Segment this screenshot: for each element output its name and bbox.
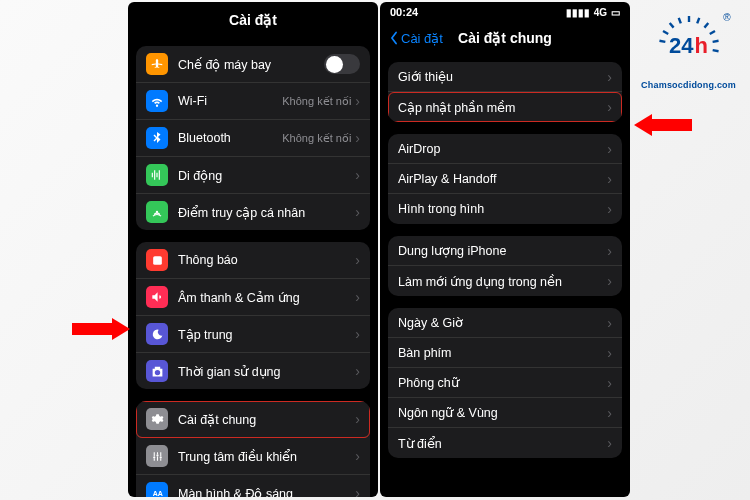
- settings-row[interactable]: AAMàn hình & Độ sáng›: [136, 475, 370, 497]
- wifi-icon: [146, 90, 168, 112]
- settings-row[interactable]: Wi-FiKhông kết nối›: [136, 83, 370, 120]
- row-label: Trung tâm điều khiển: [178, 449, 355, 464]
- row-label: Màn hình & Độ sáng: [178, 486, 355, 498]
- row-label: Tập trung: [178, 327, 355, 342]
- chevron-right-icon: ›: [355, 168, 360, 182]
- settings-row[interactable]: Phông chữ›: [388, 368, 622, 398]
- general-icon: [146, 408, 168, 430]
- settings-row[interactable]: Hình trong hình›: [388, 194, 622, 224]
- settings-group: Thông báo›Âm thanh & Cảm ứng›Tập trung›T…: [136, 242, 370, 389]
- row-label: AirDrop: [398, 142, 607, 156]
- settings-group: Chế độ máy bayWi-FiKhông kết nối›Bluetoo…: [136, 46, 370, 230]
- svg-point-2: [153, 456, 155, 458]
- chevron-right-icon: ›: [607, 172, 612, 186]
- chevron-left-icon: [388, 31, 400, 45]
- chevron-right-icon: ›: [607, 406, 612, 420]
- settings-row[interactable]: Giới thiệu›: [388, 62, 622, 92]
- svg-point-3: [156, 454, 158, 456]
- sound-icon: [146, 286, 168, 308]
- chevron-right-icon: ›: [355, 364, 360, 378]
- settings-row[interactable]: BluetoothKhông kết nối›: [136, 120, 370, 157]
- settings-group: Dung lượng iPhone›Làm mới ứng dụng trong…: [388, 236, 622, 296]
- settings-row[interactable]: Dung lượng iPhone›: [388, 236, 622, 266]
- chevron-right-icon: ›: [607, 376, 612, 390]
- row-label: Ngày & Giờ: [398, 315, 607, 330]
- phone-general: 00:24 ▮▮▮▮ 4G ▭ Cài đặt Cài đặt chung Gi…: [380, 2, 630, 497]
- svg-point-4: [159, 456, 161, 458]
- settings-group: AirDrop›AirPlay & Handoff›Hình trong hìn…: [388, 134, 622, 224]
- row-label: Cập nhật phần mềm: [398, 100, 607, 115]
- row-label: Di động: [178, 168, 355, 183]
- general-title: Cài đặt chung: [458, 30, 552, 46]
- chevron-right-icon: ›: [607, 70, 612, 84]
- site-logo: 24h ® Chamsocdidong.com: [641, 14, 736, 90]
- chevron-right-icon: ›: [607, 346, 612, 360]
- row-label: Giới thiệu: [398, 69, 607, 84]
- battery-icon: ▭: [611, 7, 620, 18]
- chevron-right-icon: ›: [355, 412, 360, 426]
- clock: 00:24: [390, 6, 418, 18]
- settings-group: Giới thiệu›Cập nhật phần mềm›: [388, 62, 622, 122]
- row-label: Từ điển: [398, 436, 607, 451]
- settings-row[interactable]: Âm thanh & Cảm ứng›: [136, 279, 370, 316]
- svg-rect-1: [153, 256, 162, 265]
- chevron-right-icon: ›: [355, 449, 360, 463]
- settings-row[interactable]: Từ điển›: [388, 428, 622, 458]
- chevron-right-icon: ›: [355, 205, 360, 219]
- settings-row[interactable]: Thời gian sử dụng›: [136, 353, 370, 389]
- row-label: Làm mới ứng dụng trong nền: [398, 274, 607, 289]
- settings-row[interactable]: Ngày & Giờ›: [388, 308, 622, 338]
- settings-row[interactable]: Tập trung›: [136, 316, 370, 353]
- svg-text:AA: AA: [152, 490, 162, 497]
- settings-row[interactable]: Cài đặt chung›: [136, 401, 370, 438]
- network-label: 4G: [594, 7, 607, 18]
- phones-wrap: Cài đặt Chế độ máy bayWi-FiKhông kết nối…: [128, 2, 630, 497]
- row-label: Bluetooth: [178, 131, 282, 145]
- settings-row[interactable]: Làm mới ứng dụng trong nền›: [388, 266, 622, 296]
- row-label: Bàn phím: [398, 346, 607, 360]
- arrow-general: [72, 318, 130, 340]
- row-label: Wi-Fi: [178, 94, 282, 108]
- chevron-right-icon: ›: [607, 274, 612, 288]
- back-label: Cài đặt: [401, 31, 443, 46]
- row-label: Thời gian sử dụng: [178, 364, 355, 379]
- signal-icon: ▮▮▮▮: [566, 7, 590, 18]
- settings-row[interactable]: Chế độ máy bay: [136, 46, 370, 83]
- bluetooth-icon: [146, 127, 168, 149]
- toggle-switch[interactable]: [324, 54, 360, 74]
- settings-group: Cài đặt chung›Trung tâm điều khiển›AAMàn…: [136, 401, 370, 497]
- settings-row[interactable]: Cập nhật phần mềm›: [388, 92, 622, 122]
- chevron-right-icon: ›: [607, 244, 612, 258]
- settings-row[interactable]: Bàn phím›: [388, 338, 622, 368]
- phone-settings: Cài đặt Chế độ máy bayWi-FiKhông kết nối…: [128, 2, 378, 497]
- row-value: Không kết nối: [282, 95, 351, 108]
- chevron-right-icon: ›: [607, 202, 612, 216]
- settings-row[interactable]: Trung tâm điều khiển›: [136, 438, 370, 475]
- stage: Cài đặt Chế độ máy bayWi-FiKhông kết nối…: [0, 0, 750, 500]
- settings-row[interactable]: Điểm truy cập cá nhân›: [136, 194, 370, 230]
- row-label: Hình trong hình: [398, 202, 607, 216]
- settings-row[interactable]: Ngôn ngữ & Vùng›: [388, 398, 622, 428]
- logo-number: 24h: [657, 14, 721, 78]
- hotspot-icon: [146, 201, 168, 223]
- row-label: Âm thanh & Cảm ứng: [178, 290, 355, 305]
- chevron-right-icon: ›: [355, 94, 360, 108]
- back-button[interactable]: Cài đặt: [388, 31, 443, 46]
- arrow-update: [634, 114, 692, 136]
- settings-row[interactable]: AirPlay & Handoff›: [388, 164, 622, 194]
- settings-body[interactable]: Chế độ máy bayWi-FiKhông kết nối›Bluetoo…: [128, 46, 378, 497]
- focus-icon: [146, 323, 168, 345]
- settings-row[interactable]: Di động›: [136, 157, 370, 194]
- general-body[interactable]: Giới thiệu›Cập nhật phần mềm›AirDrop›Air…: [380, 62, 630, 458]
- row-label: Cài đặt chung: [178, 412, 355, 427]
- row-label: Dung lượng iPhone: [398, 243, 607, 258]
- row-value: Không kết nối: [282, 132, 351, 145]
- display-icon: AA: [146, 482, 168, 497]
- chevron-right-icon: ›: [355, 131, 360, 145]
- settings-row[interactable]: AirDrop›: [388, 134, 622, 164]
- settings-row[interactable]: Thông báo›: [136, 242, 370, 279]
- site-name: Chamsocdidong.com: [641, 80, 736, 90]
- general-header: Cài đặt Cài đặt chung: [380, 22, 630, 54]
- row-label: Chế độ máy bay: [178, 57, 324, 72]
- settings-group: Ngày & Giờ›Bàn phím›Phông chữ›Ngôn ngữ &…: [388, 308, 622, 458]
